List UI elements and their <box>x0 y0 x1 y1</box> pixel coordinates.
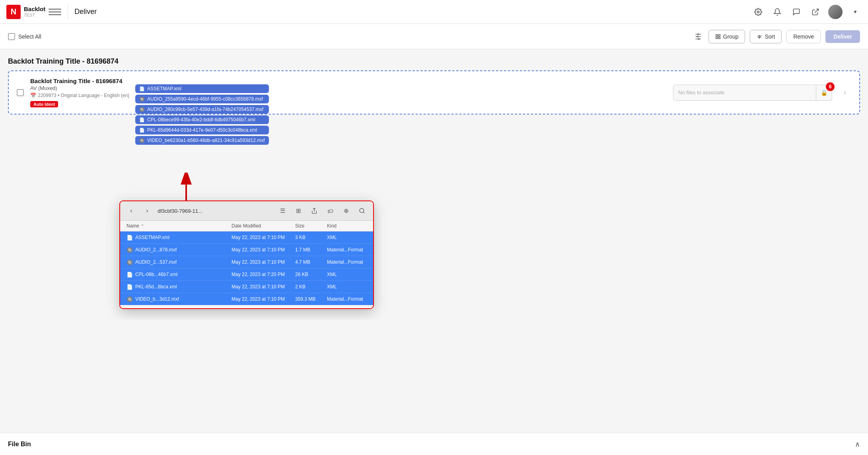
file-pill: 📄ASSETMAP.xml <box>135 84 269 93</box>
finder-header: Name⌃Date ModifiedSizeKind <box>120 221 373 231</box>
file-date-cell: May 22, 2023 at 7:10 PM <box>232 247 295 253</box>
finder-file-row[interactable]: 🔘 AUDIO_2...878.mxf May 22, 2023 at 7:10… <box>120 243 373 256</box>
finder-more-icon[interactable]: ⊕ <box>341 205 352 216</box>
file-date-cell: May 22, 2023 at 7:10 PM <box>232 284 295 290</box>
auto-ident-badge: Auto Ident <box>30 101 58 107</box>
select-all-wrap[interactable]: Select All <box>8 33 41 40</box>
toolbar: Select All Group Sort Remove Deliver <box>0 24 868 49</box>
file-date-cell: May 22, 2023 at 7:10 PM <box>232 235 295 240</box>
nav-logo: N Backlot TEST <box>6 5 45 19</box>
package-meta: 📅 2209973 • Original Language - English … <box>30 93 667 98</box>
finder-share-icon[interactable] <box>309 205 320 216</box>
file-kind-cell: Material...Format <box>327 247 367 253</box>
pill-icon: 🔘 <box>139 97 145 102</box>
file-type-icon: 🔘 <box>127 296 133 302</box>
pill-name: PKL-65d9644d-033d-417e-9e07-d50c3c048bca… <box>147 127 257 133</box>
hamburger-menu[interactable] <box>49 6 61 18</box>
finder-file-row[interactable]: 📄 CPL-08b...46b7.xml May 22, 2023 at 7:2… <box>120 268 373 280</box>
file-pill: 🔘VIDEO_be6230a1-b560-48db-a821-34c91a593… <box>135 136 269 145</box>
finder-file-row[interactable]: 📄 PKL-65d...8bca.xml May 22, 2023 at 7:1… <box>120 280 373 293</box>
select-all-label: Select All <box>18 33 41 40</box>
floating-pills: 📄ASSETMAP.xml🔘AUDIO_255a9590-4ecd-46bf-9… <box>135 84 269 145</box>
file-type-icon: 📄 <box>127 284 133 290</box>
file-type-icon: 🔘 <box>127 259 133 265</box>
settings-icon[interactable] <box>752 6 765 18</box>
file-size-cell: 359.3 MB <box>295 296 327 302</box>
finder-file-row[interactable]: 🔘 VIDEO_b...3d12.mxf May 22, 2023 at 7:1… <box>120 293 373 305</box>
filter-icon[interactable] <box>693 31 704 42</box>
finder-window: ‹ › df3cbf30-7969-11... ☰ ⊞ 🏷 ⊕ Name⌃Dat… <box>119 200 374 309</box>
file-date-cell: May 22, 2023 at 7:10 PM <box>232 259 295 265</box>
file-input-box[interactable]: No files to associate <box>673 85 816 101</box>
package-checkbox[interactable] <box>17 89 24 96</box>
brand-name: Backlot <box>24 6 45 13</box>
group-label: Group <box>723 33 739 40</box>
section-title: Backlot Training Title - 81696874 <box>8 57 860 66</box>
file-name-cell: 📄 ASSETMAP.xml <box>127 234 232 241</box>
file-size-cell: 2 KB <box>295 284 327 290</box>
finder-file-row[interactable]: 📄 ASSETMAP.xml May 22, 2023 at 7:10 PM 3… <box>120 231 373 243</box>
deliver-label: Deliver <box>833 33 852 40</box>
deliver-button[interactable]: Deliver <box>825 30 860 43</box>
finder-col-header[interactable]: Kind <box>327 223 367 229</box>
finder-back[interactable]: ‹ <box>126 205 137 216</box>
finder-col-header[interactable]: Name⌃ <box>127 223 232 229</box>
sort-label: Sort <box>765 33 775 40</box>
finder-file-row[interactable]: 🔘 AUDIO_2...537.mxf May 22, 2023 at 7:10… <box>120 256 373 268</box>
pill-icon: 🔘 <box>139 138 145 143</box>
file-kind-cell: Material...Format <box>327 259 367 265</box>
top-nav: N Backlot TEST Deliver ▼ <box>0 0 868 24</box>
bell-icon[interactable] <box>771 6 784 18</box>
finder-footer <box>120 305 373 308</box>
svg-point-9 <box>697 36 698 37</box>
file-type-icon: 📄 <box>127 234 133 241</box>
package-info: Backlot Training Title - 81696874 AV (Mu… <box>30 78 667 107</box>
pill-icon: 🔘 <box>139 107 145 112</box>
finder-path: df3cbf30-7969-11... <box>158 208 202 214</box>
finder-forward[interactable]: › <box>142 205 153 216</box>
chat-icon[interactable] <box>790 6 803 18</box>
finder-view-icon[interactable]: ⊞ <box>293 205 304 216</box>
remove-button[interactable]: Remove <box>786 30 821 43</box>
pill-name: AUDIO_255a9590-4ecd-46bf-9955-c08cc36568… <box>147 96 263 102</box>
pill-icon: 📄 <box>139 128 145 133</box>
nav-brand: Backlot TEST <box>24 6 45 18</box>
finder-toolbar: ‹ › df3cbf30-7969-11... ☰ ⊞ 🏷 ⊕ <box>120 201 373 221</box>
finder-tag-icon[interactable]: 🏷 <box>325 205 336 216</box>
finder-file-list: 📄 ASSETMAP.xml May 22, 2023 at 7:10 PM 3… <box>120 231 373 305</box>
main-content: Backlot Training Title - 81696874 Backlo… <box>0 49 868 320</box>
nav-icons: ▼ <box>752 5 862 19</box>
file-size-cell: 3 KB <box>295 235 327 240</box>
file-size-cell: 26 KB <box>295 272 327 277</box>
svg-point-0 <box>757 11 759 13</box>
page-title: Deliver <box>74 8 97 16</box>
avatar-chevron[interactable]: ▼ <box>849 6 862 18</box>
package-arrow[interactable]: › <box>839 86 851 99</box>
svg-rect-14 <box>718 37 720 39</box>
select-all-checkbox[interactable] <box>8 33 15 40</box>
finder-col-header[interactable]: Size <box>295 223 327 229</box>
finder-col-header[interactable]: Date Modified <box>232 223 295 229</box>
package-file-input: No files to associate 🔒 6 <box>673 85 832 101</box>
file-name: CPL-08b...46b7.xml <box>135 272 177 277</box>
svg-point-20 <box>360 208 364 213</box>
external-link-icon[interactable] <box>809 6 822 18</box>
file-kind-cell: XML <box>327 235 367 240</box>
svg-rect-12 <box>718 34 720 36</box>
finder-list-icon[interactable]: ☰ <box>277 205 288 216</box>
file-name: ASSETMAP.xml <box>135 235 169 240</box>
file-name: AUDIO_2...537.mxf <box>135 259 177 265</box>
sort-button[interactable]: Sort <box>750 30 782 43</box>
group-button[interactable]: Group <box>708 30 745 43</box>
file-type-icon: 🔘 <box>127 247 133 253</box>
file-date-cell: May 22, 2023 at 7:20 PM <box>232 272 295 277</box>
file-name-cell: 🔘 VIDEO_b...3d12.mxf <box>127 296 232 302</box>
pill-name: ASSETMAP.xml <box>147 86 181 91</box>
avatar[interactable] <box>828 5 843 19</box>
file-size-cell: 4.7 MB <box>295 259 327 265</box>
file-kind-cell: XML <box>327 284 367 290</box>
file-input-placeholder: No files to associate <box>678 89 724 95</box>
finder-search-icon[interactable] <box>356 205 368 216</box>
file-date-cell: May 22, 2023 at 7:10 PM <box>232 296 295 302</box>
package-name: Backlot Training Title - 81696874 <box>30 78 667 84</box>
